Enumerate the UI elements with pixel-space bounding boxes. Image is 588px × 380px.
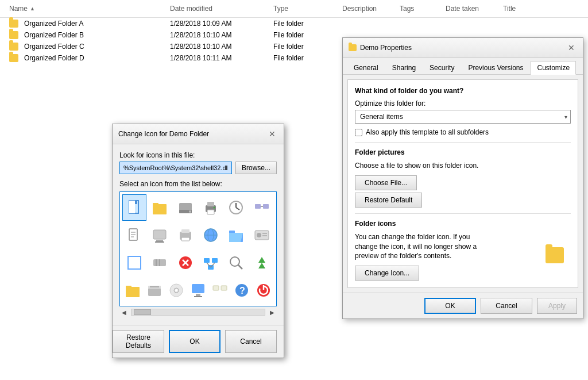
col-title[interactable]: Title bbox=[503, 5, 549, 13]
optimize-dropdown[interactable]: General items bbox=[355, 110, 571, 124]
icon-cell[interactable] bbox=[122, 277, 143, 304]
properties-ok-button[interactable]: OK bbox=[424, 298, 476, 314]
download-icon bbox=[254, 255, 270, 271]
restore-defaults-button[interactable]: Restore Defaults bbox=[113, 330, 164, 353]
change-icon-cancel-button[interactable]: Cancel bbox=[225, 330, 277, 353]
icon-row-1 bbox=[122, 194, 274, 221]
change-icon-dialog: Change Icon for Demo Folder ✕ Look for i… bbox=[112, 124, 284, 358]
svg-line-51 bbox=[238, 265, 242, 269]
icon-cell[interactable] bbox=[188, 277, 208, 304]
svg-point-50 bbox=[230, 257, 239, 266]
svg-rect-46 bbox=[212, 258, 218, 263]
icon-cell[interactable] bbox=[122, 194, 146, 221]
tab-general[interactable]: General bbox=[347, 61, 385, 75]
drive-icon bbox=[177, 199, 194, 216]
icon-cell[interactable] bbox=[224, 194, 248, 221]
icon-cell[interactable] bbox=[199, 250, 223, 276]
printer-icon bbox=[203, 199, 219, 216]
row-date: 1/28/2018 10:11 AM bbox=[170, 54, 273, 62]
svg-marker-52 bbox=[258, 257, 265, 263]
icon-cell[interactable] bbox=[210, 277, 230, 304]
tab-security[interactable]: Security bbox=[423, 61, 461, 75]
col-date-modified[interactable]: Date modified bbox=[170, 5, 273, 13]
folder-icon-preview-area bbox=[546, 247, 564, 265]
folder-icon bbox=[9, 54, 18, 62]
divider-1 bbox=[355, 142, 571, 143]
scrollbar-thumb[interactable] bbox=[134, 309, 151, 315]
divider-2 bbox=[355, 213, 571, 214]
table-row[interactable]: Organized Folder A 1/28/2018 10:09 AM Fi… bbox=[0, 18, 588, 29]
icon-cell[interactable] bbox=[173, 194, 198, 221]
select-icon-label: Select an icon from the list below: bbox=[119, 180, 277, 188]
look-for-label: Look for icons in this file: bbox=[119, 151, 277, 159]
icon-cell[interactable] bbox=[224, 222, 248, 248]
svg-point-34 bbox=[257, 233, 261, 237]
browse-button[interactable]: Browse... bbox=[235, 162, 277, 174]
restore-default-button[interactable]: Restore Default bbox=[355, 193, 422, 208]
icon-scrollbar: ◀ ▶ bbox=[119, 309, 277, 316]
ci-input-row: Browse... bbox=[119, 162, 277, 174]
folder-icons-left: You can change the folder icon. If you c… bbox=[355, 232, 481, 281]
properties-footer: OK Cancel Apply bbox=[343, 293, 583, 318]
icon-cell[interactable] bbox=[148, 222, 172, 248]
icon-cell[interactable] bbox=[173, 250, 198, 276]
change-icon-ok-button[interactable]: OK bbox=[169, 330, 220, 353]
icon-cell[interactable] bbox=[148, 250, 172, 276]
choose-file-button[interactable]: Choose File... bbox=[355, 175, 417, 190]
folder-yellow-icon bbox=[125, 282, 141, 298]
tab-previous-versions[interactable]: Previous Versions bbox=[462, 61, 529, 75]
icon-cell[interactable] bbox=[148, 194, 172, 221]
icon-cell[interactable] bbox=[166, 277, 187, 304]
tab-sharing[interactable]: Sharing bbox=[386, 61, 422, 75]
svg-rect-63 bbox=[196, 294, 200, 296]
svg-rect-23 bbox=[155, 241, 164, 243]
col-tags[interactable]: Tags bbox=[400, 5, 446, 13]
icon-file-input[interactable] bbox=[119, 162, 232, 174]
globe-icon bbox=[203, 227, 219, 243]
icon-cell[interactable] bbox=[250, 250, 274, 276]
icon-cell[interactable]: ? bbox=[231, 277, 252, 304]
icon-cell[interactable] bbox=[144, 277, 165, 304]
icon-cell[interactable] bbox=[122, 250, 146, 276]
change-icon-button[interactable]: Change Icon... bbox=[355, 266, 419, 281]
change-icon-titlebar: Change Icon for Demo Folder ✕ bbox=[113, 124, 284, 144]
properties-dialog: Demo Properties ✕ General Sharing Securi… bbox=[342, 37, 583, 319]
icon-cell[interactable] bbox=[199, 194, 223, 221]
scroll-right-arrow[interactable]: ▶ bbox=[268, 309, 277, 316]
subfolders-checkbox[interactable] bbox=[355, 129, 362, 136]
properties-titlebar: Demo Properties ✕ bbox=[343, 38, 583, 58]
icon-cell[interactable] bbox=[253, 277, 274, 304]
col-description[interactable]: Description bbox=[342, 5, 400, 13]
icon-cell[interactable] bbox=[173, 222, 198, 248]
col-date-taken[interactable]: Date taken bbox=[446, 5, 503, 13]
row-name: Organized Folder A bbox=[9, 20, 170, 28]
col-type[interactable]: Type bbox=[273, 5, 342, 13]
svg-line-13 bbox=[236, 208, 239, 210]
scrollbar-track[interactable] bbox=[131, 309, 265, 316]
svg-rect-22 bbox=[156, 240, 163, 241]
properties-cancel-button[interactable]: Cancel bbox=[481, 298, 532, 314]
svg-rect-64 bbox=[194, 296, 202, 297]
properties-apply-button[interactable]: Apply bbox=[537, 298, 577, 314]
folder-icons-desc: You can change the folder icon. If you c… bbox=[355, 232, 481, 261]
change-icon-close-button[interactable]: ✕ bbox=[266, 128, 278, 140]
icon-cell[interactable] bbox=[250, 194, 274, 221]
icon-cell[interactable] bbox=[199, 222, 223, 248]
icon-cell[interactable] bbox=[224, 250, 248, 276]
svg-marker-53 bbox=[258, 263, 265, 268]
properties-close-button[interactable]: ✕ bbox=[566, 42, 577, 53]
svg-rect-45 bbox=[204, 258, 210, 263]
cd-icon bbox=[168, 282, 184, 298]
icon-cell[interactable] bbox=[122, 222, 146, 248]
error-icon bbox=[177, 255, 194, 271]
tab-customize[interactable]: Customize bbox=[531, 61, 576, 75]
scroll-left-arrow[interactable]: ◀ bbox=[119, 309, 129, 316]
dots-icon bbox=[212, 282, 228, 298]
col-name[interactable]: Name ▲ bbox=[9, 5, 170, 13]
icon-cell[interactable] bbox=[250, 222, 274, 248]
svg-rect-8 bbox=[207, 202, 214, 206]
icon-row-2 bbox=[122, 222, 274, 248]
explorer-column-header: Name ▲ Date modified Type Description Ta… bbox=[0, 0, 588, 18]
folder-icon bbox=[152, 199, 168, 216]
svg-rect-66 bbox=[221, 286, 227, 290]
